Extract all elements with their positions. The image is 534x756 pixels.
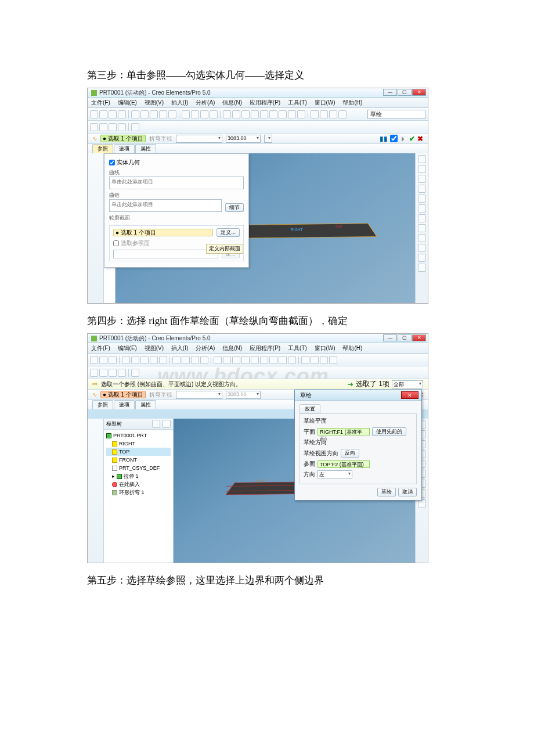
ok-button[interactable]: ✔ [409, 135, 415, 143]
zoom-out-icon[interactable] [251, 110, 259, 118]
dialog-tab-placement[interactable]: 放置 [300, 404, 320, 414]
paste-icon[interactable] [159, 356, 167, 364]
curves-listbox[interactable]: 单击此处添加项目 [109, 177, 244, 189]
ref-value[interactable]: TOP:F2 (基准平面) [317, 460, 370, 468]
dash-checkbox[interactable] [390, 135, 398, 142]
menu-info[interactable]: 信息(N) [222, 345, 242, 351]
menu-edit[interactable]: 编辑(E) [118, 99, 137, 106]
bend-radius-value[interactable]: 3083.00 [226, 135, 261, 143]
dialog-close-button[interactable]: ✕ [401, 391, 418, 399]
sketch-trim-icon[interactable] [418, 254, 426, 262]
copy-icon[interactable] [150, 356, 158, 364]
nohidden-icon[interactable] [329, 356, 337, 364]
zoom-in-icon[interactable] [241, 110, 250, 118]
solid-geometry-checkbox[interactable] [109, 160, 115, 165]
redo-icon[interactable] [131, 356, 139, 364]
regen-icon[interactable] [182, 110, 190, 118]
new-icon[interactable] [90, 356, 98, 364]
help-icon[interactable] [131, 369, 139, 377]
hidden-icon[interactable] [320, 356, 328, 364]
menu-window[interactable]: 窗口(W) [315, 99, 335, 106]
direction-combo[interactable]: 左 [317, 470, 352, 478]
spin-icon[interactable] [223, 356, 231, 364]
window-close-button[interactable]: ✕ [412, 89, 426, 96]
layer-icon[interactable] [297, 110, 305, 118]
datum-point-icon[interactable] [109, 369, 117, 377]
tb-icon[interactable] [200, 110, 208, 118]
print-icon[interactable] [118, 110, 126, 118]
tree-csys[interactable]: PRT_CSYS_DEF [119, 464, 160, 472]
menu-info[interactable]: 信息(N) [222, 99, 242, 106]
sketch-mirror-icon[interactable] [418, 264, 426, 272]
menu-insert[interactable]: 插入(I) [171, 99, 188, 106]
model-tree[interactable]: PRT0001.PRT RIGHT TOP FRONT PRT_CSYS_DEF… [104, 430, 173, 498]
mode-combo[interactable]: 草绘 [367, 110, 425, 119]
plane-value[interactable]: RIGHT:F1 (基准平面) [317, 428, 370, 435]
help-icon[interactable] [131, 123, 139, 131]
menu-help[interactable]: 帮助(H) [342, 99, 362, 106]
menu-file[interactable]: 文件(F) [91, 99, 110, 106]
zoom-in-icon[interactable] [232, 356, 240, 364]
tb-icon[interactable] [191, 110, 199, 118]
selection-chip[interactable]: ● 选取 1 个项目 [100, 391, 146, 398]
datum-csys-icon[interactable] [118, 123, 126, 131]
section-selection-chip[interactable]: ● 选取 1 个项目 [113, 229, 213, 236]
pause-icon[interactable]: ▮▮ [380, 135, 388, 143]
new-icon[interactable] [90, 110, 98, 118]
dialog-cancel-button[interactable]: 取消 [398, 488, 417, 496]
tree-root[interactable]: PRT0001.PRT [113, 431, 147, 440]
save-icon[interactable] [109, 356, 117, 364]
detail-button[interactable]: 细节 [225, 203, 244, 212]
sketch-line-icon[interactable] [418, 155, 426, 163]
minimize-button[interactable]: — [383, 334, 397, 341]
maximize-button[interactable]: ▢ [398, 334, 412, 341]
shade-icon[interactable] [311, 110, 319, 118]
use-previous-button[interactable]: 使用先前的 [372, 427, 406, 436]
minimize-button[interactable]: — [383, 89, 397, 96]
menu-analysis[interactable]: 分析(A) [196, 99, 215, 106]
wire-icon[interactable] [311, 356, 319, 364]
menu-tools[interactable]: 工具(T) [288, 345, 307, 351]
filter-combo[interactable]: 全部 [392, 380, 423, 388]
fit-icon[interactable] [260, 110, 268, 118]
tree-bend[interactable]: 环形折弯 1 [119, 488, 145, 496]
tree-right[interactable]: RIGHT [119, 440, 135, 448]
tab-options[interactable]: 选项 [114, 144, 135, 153]
datum-axis-icon[interactable] [99, 369, 107, 377]
cancel-button[interactable]: ✖ [417, 135, 423, 143]
datum-point-icon[interactable] [109, 123, 117, 131]
datum-csys-icon[interactable] [118, 369, 126, 377]
sketch-constraint-icon[interactable] [418, 244, 426, 252]
tree-extrude[interactable]: 拉伸 1 [124, 472, 139, 480]
datum-plane-icon[interactable] [90, 123, 98, 131]
sketch-circle-icon[interactable] [418, 175, 426, 183]
tab-options[interactable]: 选项 [114, 400, 135, 409]
tree-front[interactable]: FRONT [119, 456, 137, 464]
sketch-dim-icon[interactable] [418, 234, 426, 242]
menu-app[interactable]: 应用程序(P) [250, 345, 280, 351]
sketch-chamfer-icon[interactable] [418, 214, 426, 222]
sketch-text-icon[interactable] [418, 224, 426, 232]
orient-icon[interactable] [269, 356, 277, 364]
saveview-icon[interactable] [288, 110, 296, 118]
datum-axis-icon[interactable] [99, 123, 107, 131]
spin-icon[interactable] [232, 110, 240, 118]
menu-insert[interactable]: 插入(I) [171, 345, 188, 351]
hidden-icon[interactable] [329, 110, 337, 118]
open-icon[interactable] [99, 110, 107, 118]
datum-plane-icon[interactable] [90, 369, 98, 377]
paste-icon[interactable] [168, 110, 176, 118]
sketch-spline-icon[interactable] [418, 195, 426, 203]
shade-icon[interactable] [301, 356, 309, 364]
menu-window[interactable]: 窗口(W) [315, 345, 335, 351]
section-plane-field[interactable] [113, 250, 218, 258]
dialog-ok-button[interactable]: 草绘 [377, 488, 396, 496]
tab-reference[interactable]: 参照 [92, 144, 113, 153]
play-icon[interactable]: ⏵ [400, 135, 407, 143]
saveview-icon[interactable] [279, 356, 287, 364]
tb-icon[interactable] [210, 110, 218, 118]
view-icon[interactable] [214, 356, 222, 364]
menu-view[interactable]: 视图(V) [145, 345, 164, 351]
tb-icon[interactable] [200, 356, 208, 364]
menu-file[interactable]: 文件(F) [91, 345, 110, 351]
